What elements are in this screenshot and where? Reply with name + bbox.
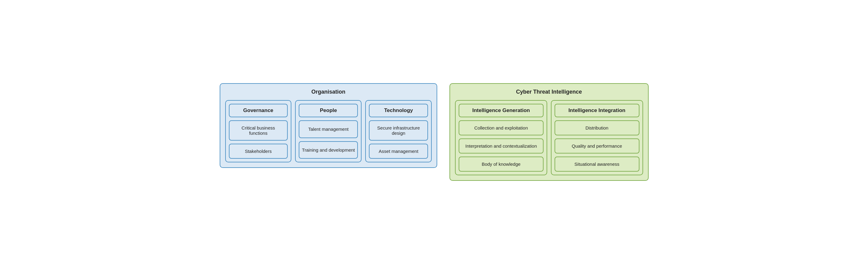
people-cell-1: Training and development	[299, 141, 358, 159]
people-column: People Talent management Training and de…	[295, 100, 362, 162]
intelligence-generation-header: Intelligence Generation	[459, 104, 544, 117]
organisation-header: Organisation	[225, 89, 432, 95]
ii-cell-1: Quality and performance	[555, 138, 640, 154]
ig-cell-1: Interpretation and contextualization	[459, 138, 544, 154]
people-header: People	[299, 104, 358, 117]
ig-cell-2: Body of knowledge	[459, 157, 544, 171]
ig-cell-0: Collection and exploitation	[459, 120, 544, 135]
cti-header: Cyber Threat Intelligence	[455, 89, 643, 95]
governance-cell-1: Stakeholders	[229, 144, 288, 159]
page-wrapper: Organisation Governance Critical busines…	[220, 83, 649, 181]
organisation-section: Organisation Governance Critical busines…	[220, 83, 437, 168]
technology-column: Technology Secure infrastructure design …	[365, 100, 432, 162]
technology-cell-1: Asset management	[369, 144, 428, 159]
technology-header: Technology	[369, 104, 428, 117]
cti-section: Cyber Threat Intelligence Intelligence G…	[450, 83, 648, 181]
ii-cell-2: Situational awareness	[555, 157, 640, 171]
governance-cell-0: Critical business functions	[229, 120, 288, 140]
organisation-columns: Governance Critical business functions S…	[225, 100, 432, 162]
governance-header: Governance	[229, 104, 288, 117]
people-cell-0: Talent management	[299, 120, 358, 138]
intelligence-integration-header: Intelligence Integration	[555, 104, 640, 117]
ii-cell-0: Distribution	[555, 120, 640, 135]
technology-cell-0: Secure infrastructure design	[369, 120, 428, 140]
cti-columns: Intelligence Generation Collection and e…	[455, 100, 643, 175]
intelligence-integration-column: Intelligence Integration Distribution Qu…	[551, 100, 643, 175]
intelligence-generation-column: Intelligence Generation Collection and e…	[455, 100, 547, 175]
governance-column: Governance Critical business functions S…	[225, 100, 292, 162]
